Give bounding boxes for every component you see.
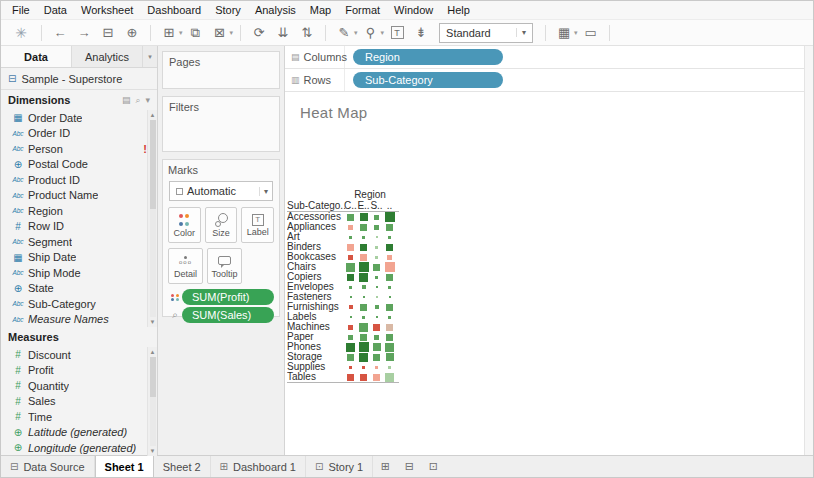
heatmap-mark[interactable] <box>370 342 383 352</box>
heatmap-mark[interactable] <box>344 352 357 362</box>
row-dimension-label[interactable]: Sub-Catego.. <box>287 200 344 211</box>
tab-dashboard-1[interactable]: ⊞Dashboard 1 <box>211 456 306 477</box>
menu-help[interactable]: Help <box>440 3 477 17</box>
row-label[interactable]: Chairs <box>287 262 344 272</box>
redo-button[interactable]: → <box>74 22 94 44</box>
heatmap-mark[interactable] <box>344 322 357 332</box>
menu-window[interactable]: Window <box>387 3 440 17</box>
heatmap-mark[interactable] <box>383 332 396 342</box>
scroll-up-icon[interactable]: ▲ <box>150 110 156 120</box>
heatmap-mark[interactable] <box>370 322 383 332</box>
heatmap-mark[interactable] <box>370 222 383 232</box>
mark-type-dropdown[interactable]: Automatic ▾ <box>169 181 273 201</box>
dropdown-caret-icon[interactable]: ▾ <box>230 29 234 37</box>
field-region[interactable]: AbcRegion <box>1 203 157 219</box>
tab-sheet-1[interactable]: Sheet 1 <box>95 456 154 477</box>
field-sales[interactable]: #Sales <box>1 394 157 410</box>
pages-card[interactable]: Pages <box>162 51 280 89</box>
tableau-logo-button[interactable]: ✳ <box>11 22 31 44</box>
heatmap-mark[interactable] <box>357 262 370 272</box>
new-worksheet-button[interactable]: ⊞ <box>373 456 397 477</box>
row-label[interactable]: Paper <box>287 332 344 342</box>
heatmap-mark[interactable] <box>383 302 396 312</box>
view-toggle-icon[interactable]: ▤ <box>122 95 131 105</box>
new-dashboard-button[interactable]: ⊟ <box>397 456 421 477</box>
heatmap-mark[interactable] <box>370 292 383 302</box>
menu-dashboard[interactable]: Dashboard <box>140 3 208 17</box>
pill-region[interactable]: Region <box>353 49 503 65</box>
heatmap-mark[interactable] <box>383 262 396 272</box>
field-latitude-generated[interactable]: ⊕Latitude (generated) <box>1 425 157 441</box>
new-worksheet-button[interactable]: ⊞ <box>159 22 179 44</box>
field-row-id[interactable]: #Row ID <box>1 219 157 235</box>
tab-data[interactable]: Data <box>1 46 72 67</box>
datasource-row[interactable]: ⊟ Sample - Superstore <box>1 68 157 90</box>
field-state[interactable]: ⊕State <box>1 281 157 297</box>
scroll-down-icon[interactable]: ▼ <box>150 317 156 327</box>
add-datasource-button[interactable]: ⊕ <box>122 22 142 44</box>
dropdown-caret-icon[interactable]: ▾ <box>381 29 385 37</box>
marks-color-button[interactable]: Color <box>168 207 201 243</box>
measures-scrollbar[interactable]: ▲ ▼ <box>147 347 157 456</box>
heatmap-mark[interactable] <box>344 212 357 222</box>
search-icon[interactable]: ⌕ <box>135 95 140 106</box>
fix-axes-button[interactable]: ⇟ <box>411 22 431 44</box>
field-order-id[interactable]: AbcOrder ID <box>1 126 157 142</box>
duplicate-sheet-button[interactable]: ⧉ <box>186 22 206 44</box>
heatmap-mark[interactable] <box>344 222 357 232</box>
field-product-name[interactable]: AbcProduct Name <box>1 188 157 204</box>
heatmap-mark[interactable] <box>370 372 383 382</box>
field-person[interactable]: AbcPerson! <box>1 141 157 157</box>
heatmap-mark[interactable] <box>370 262 383 272</box>
tab-data-source[interactable]: ⊟Data Source <box>1 456 95 477</box>
heatmap-mark[interactable] <box>383 362 396 372</box>
dimensions-menu-caret-icon[interactable]: ▾ <box>145 95 150 105</box>
highlight-button[interactable]: ✎ <box>334 22 354 44</box>
scroll-up-icon[interactable]: ▲ <box>150 347 156 357</box>
heatmap-mark[interactable] <box>357 332 370 342</box>
heatmap-mark[interactable] <box>357 212 370 222</box>
heatmap-mark[interactable] <box>357 342 370 352</box>
undo-button[interactable]: ← <box>50 22 70 44</box>
heatmap-mark[interactable] <box>344 332 357 342</box>
sort-ascending-button[interactable]: ⇊ <box>273 22 293 44</box>
row-label[interactable]: Accessories <box>287 212 344 222</box>
row-label[interactable]: Furnishings <box>287 302 344 312</box>
heatmap-mark[interactable] <box>357 232 370 242</box>
marks-tooltip-button[interactable]: Tooltip <box>207 248 242 284</box>
presentation-mode-button[interactable]: ▭ <box>581 22 601 44</box>
heatmap-mark[interactable] <box>383 342 396 352</box>
dropdown-caret-icon[interactable]: ▾ <box>574 29 578 37</box>
row-label[interactable]: Supplies <box>287 362 344 372</box>
heatmap-mark[interactable] <box>357 242 370 252</box>
heatmap-mark[interactable] <box>357 252 370 262</box>
heatmap-mark[interactable] <box>344 292 357 302</box>
save-button[interactable]: ⊟ <box>98 22 118 44</box>
heatmap-mark[interactable] <box>370 272 383 282</box>
swap-axes-button[interactable]: ⟳ <box>249 22 269 44</box>
row-label[interactable]: Binders <box>287 242 344 252</box>
heatmap-mark[interactable] <box>344 252 357 262</box>
field-ship-date[interactable]: ▦Ship Date <box>1 250 157 266</box>
columns-shelf[interactable]: ▤ Columns Region <box>285 46 804 69</box>
col-header-west[interactable]: .. <box>383 200 396 211</box>
heatmap-mark[interactable] <box>383 312 396 322</box>
row-label[interactable]: Copiers <box>287 272 344 282</box>
heatmap-mark[interactable] <box>344 342 357 352</box>
heatmap-mark[interactable] <box>344 282 357 292</box>
show-hide-cards-button[interactable]: ▦ <box>554 22 574 44</box>
heatmap-mark[interactable] <box>344 262 357 272</box>
field-order-date[interactable]: ▦Order Date <box>1 110 157 126</box>
heatmap-mark[interactable] <box>357 302 370 312</box>
menu-file[interactable]: File <box>5 3 37 17</box>
row-label[interactable]: Storage <box>287 352 344 362</box>
heatmap-mark[interactable] <box>344 302 357 312</box>
field-profit[interactable]: #Profit <box>1 363 157 379</box>
pill-sum-profit[interactable]: SUM(Profit) <box>182 289 274 305</box>
sheet-title[interactable]: Heat Map <box>300 104 367 121</box>
row-label[interactable]: Phones <box>287 342 344 352</box>
heatmap-mark[interactable] <box>383 292 396 302</box>
field-measure-names[interactable]: AbcMeasure Names <box>1 312 157 328</box>
heatmap-mark[interactable] <box>383 322 396 332</box>
heatmap-mark[interactable] <box>370 242 383 252</box>
